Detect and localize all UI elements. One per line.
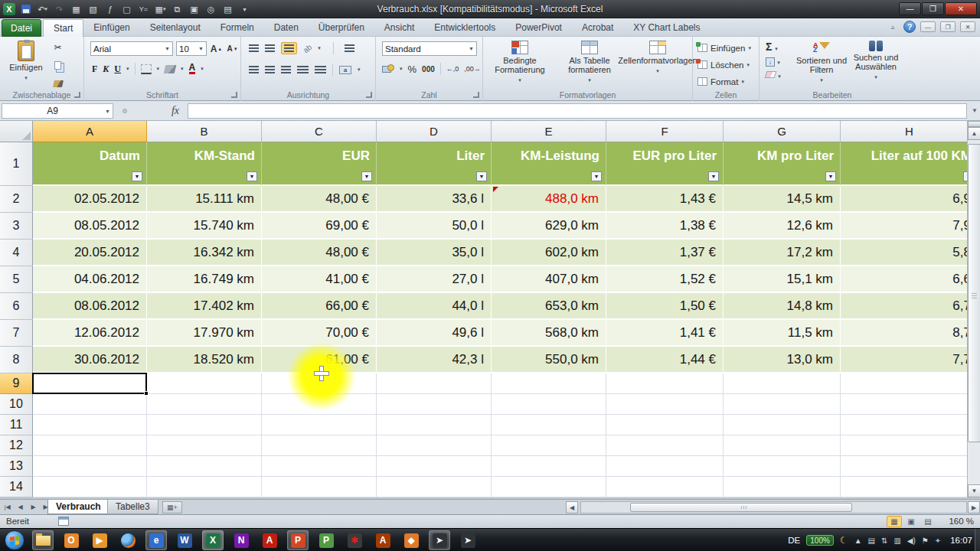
column-header-C[interactable]: C [262, 121, 377, 142]
prev-sheet-button[interactable]: ◀ [15, 501, 26, 513]
scroll-right-button[interactable]: ▶ [968, 501, 980, 514]
tray-expand-icon[interactable]: ▲ [854, 536, 862, 545]
row-header-4[interactable]: 4 [0, 240, 33, 266]
cell-A8[interactable]: 30.06.2012 [33, 347, 147, 373]
align-center-icon[interactable] [265, 66, 275, 73]
cell-B9[interactable] [147, 373, 262, 394]
conditional-formatting-button[interactable]: Bedingte Formatierung ▾ [486, 38, 554, 85]
start-button[interactable] [5, 530, 24, 550]
minimize-button[interactable]: — [899, 2, 921, 15]
header-cell-eur[interactable]: EUR▼ [262, 142, 377, 186]
formula-bar-resize-handle[interactable] [122, 109, 127, 113]
cell-H14[interactable] [841, 477, 967, 497]
merge-center-icon[interactable]: a [339, 66, 351, 74]
close-button[interactable]: ✕ [945, 2, 977, 15]
cell-A10[interactable] [33, 394, 147, 415]
selected-cell-A9[interactable] [32, 373, 147, 394]
cell-B4[interactable]: 16.342 km [147, 240, 262, 266]
align-middle-icon[interactable] [265, 44, 275, 52]
vertical-scroll-thumb[interactable] [968, 144, 980, 442]
paste-button[interactable]: Einfügen ▾ [6, 38, 46, 83]
doc-close-button[interactable]: ✕ [960, 21, 975, 32]
underline-button[interactable]: U [114, 64, 121, 75]
format-cells-button[interactable]: Format▾ [694, 74, 744, 89]
row-header-11[interactable]: 11 [0, 415, 33, 435]
align-top-icon[interactable] [249, 44, 259, 52]
collapse-ribbon-icon[interactable]: ▵ [887, 21, 899, 33]
dropbox-icon[interactable]: ✦ [935, 536, 941, 545]
tab-entwicklertools[interactable]: Entwicklertools [424, 19, 505, 37]
cell-F7[interactable]: 1,41 € [606, 320, 724, 347]
cell-H11[interactable] [841, 415, 967, 435]
tab-xy-chart-labels[interactable]: XY Chart Labels [623, 19, 710, 37]
tab-acrobat[interactable]: Acrobat [572, 19, 623, 37]
cell-B12[interactable] [147, 435, 262, 456]
copy-icon[interactable] [51, 58, 65, 73]
scroll-down-button[interactable]: ▼ [968, 484, 980, 497]
maximize-button[interactable]: ❐ [922, 2, 944, 15]
underline-dropdown-icon[interactable]: ▾ [126, 66, 129, 72]
cell-D14[interactable] [377, 477, 492, 497]
filter-dropdown-icon[interactable]: ▼ [247, 171, 257, 181]
shrink-font-icon[interactable]: A▼ [225, 41, 240, 56]
cell-A5[interactable]: 04.06.2012 [33, 266, 147, 293]
cell-G8[interactable]: 13,0 km [724, 347, 841, 373]
wrap-text-icon[interactable] [345, 44, 354, 52]
display-tray-icon[interactable]: ▤ [868, 536, 875, 545]
borders-dropdown-icon[interactable]: ▾ [157, 66, 160, 72]
cell-G2[interactable]: 14,5 km [724, 186, 841, 213]
percent-style-button[interactable]: % [408, 64, 417, 75]
cell-C12[interactable] [262, 435, 377, 456]
decrease-decimal-icon[interactable]: ,00→ [464, 65, 481, 73]
cell-G13[interactable] [724, 456, 841, 477]
taskbar-orange-app[interactable]: ◆ [400, 530, 422, 550]
format-as-table-button[interactable]: Als Tabelle formatieren ▾ [557, 38, 622, 85]
fill-handle[interactable] [144, 391, 149, 396]
cell-G11[interactable] [724, 415, 841, 435]
autosum-button[interactable]: Σ ▾ [766, 41, 781, 53]
battery-indicator[interactable]: 100% [806, 535, 834, 546]
merge-dropdown-icon[interactable]: ▾ [358, 67, 361, 73]
column-header-D[interactable]: D [377, 121, 492, 142]
fill-button[interactable]: ↓ ▾ [766, 56, 781, 67]
scroll-left-button[interactable]: ◀ [566, 501, 578, 514]
tab-berpr-fen[interactable]: Überprüfen [309, 19, 374, 37]
clear-button[interactable]: ▾ [766, 70, 781, 80]
accounting-format-icon[interactable] [382, 64, 394, 74]
cell-B11[interactable] [147, 415, 262, 435]
cell-E5[interactable]: 407,0 km [492, 266, 606, 293]
tab-ansicht[interactable]: Ansicht [374, 19, 424, 37]
cell-G9[interactable] [724, 373, 841, 394]
taskbar-media-app[interactable]: ▶ [89, 530, 110, 550]
cell-G4[interactable]: 17,2 km [724, 240, 841, 266]
cell-B7[interactable]: 17.970 km [147, 320, 262, 347]
cell-F11[interactable] [606, 415, 724, 435]
select-all-corner[interactable] [0, 121, 33, 142]
insert-function-button[interactable]: fx [165, 103, 186, 119]
insert-worksheet-button[interactable]: ▦+ [162, 501, 182, 514]
flag-clock-icon[interactable]: ⚑ [922, 536, 929, 545]
column-header-F[interactable]: F [606, 121, 724, 142]
filter-dropdown-icon[interactable]: ▼ [708, 171, 719, 181]
help-icon[interactable]: ? [903, 21, 916, 33]
taskbar-acrobat-reader[interactable]: A [259, 530, 280, 550]
row-header-14[interactable]: 14 [0, 477, 33, 497]
cell-F2[interactable]: 1,43 € [606, 186, 724, 213]
cell-F13[interactable] [606, 456, 724, 477]
align-left-icon[interactable] [249, 66, 259, 73]
cell-E7[interactable]: 568,0 km [492, 320, 606, 347]
cell-D3[interactable]: 50,0 l [377, 213, 492, 240]
cell-H5[interactable]: 6,6 [841, 266, 967, 293]
cell-B6[interactable]: 17.402 km [147, 293, 262, 320]
header-cell-eur-pro-liter[interactable]: EUR pro Liter▼ [606, 142, 724, 186]
doc-minimize-button[interactable]: — [920, 21, 936, 32]
cell-D7[interactable]: 49,6 l [377, 320, 492, 347]
doc-restore-button[interactable]: ❐ [940, 21, 956, 32]
cell-G14[interactable] [724, 477, 841, 497]
cell-D8[interactable]: 42,3 l [377, 347, 492, 373]
cell-F5[interactable]: 1,52 € [606, 266, 724, 293]
cell-F14[interactable] [606, 477, 724, 497]
cell-D5[interactable]: 27,0 l [377, 266, 492, 293]
cell-H12[interactable] [841, 435, 967, 456]
cell-E4[interactable]: 602,0 km [492, 240, 606, 266]
